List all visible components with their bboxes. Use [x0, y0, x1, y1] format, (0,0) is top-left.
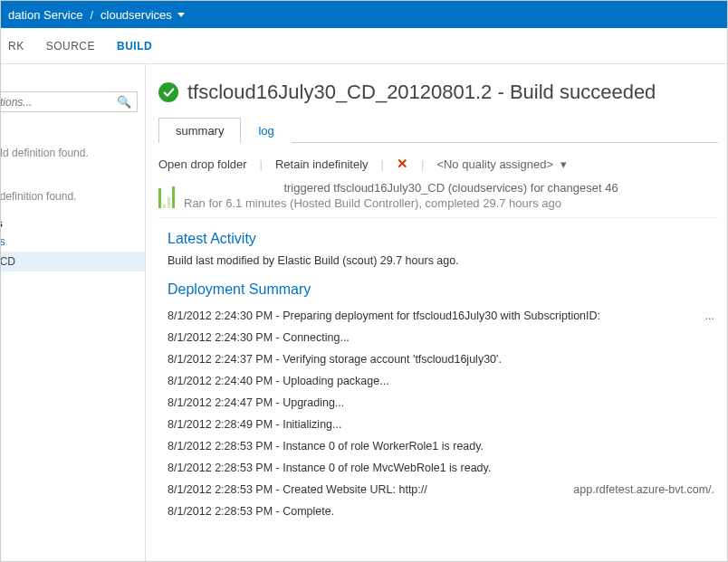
deployment-text: 8/1/2012 2:24:37 PM - Verifying storage … [168, 353, 502, 366]
latest-activity-body: Build last modified by Elastic Build (sc… [168, 254, 718, 267]
trigger-line-1: triggered tfscloud16July30_CD (cloudserv… [184, 181, 718, 195]
deployment-text: 8/1/2012 2:28:53 PM - Instance 0 of role… [168, 440, 484, 452]
deployment-row: 8/1/2012 2:28:53 PM - Instance 0 of role… [158, 457, 718, 479]
nav-work[interactable]: RK [8, 40, 24, 52]
deployment-row: 8/1/2012 2:28:49 PM - Initializing... [158, 414, 718, 435]
sparkline-icon [158, 181, 175, 208]
deployment-text: 8/1/2012 2:24:30 PM - Preparing deployme… [168, 310, 600, 322]
chevron-down-icon: ▾ [560, 157, 567, 171]
deployment-trail: ... [705, 310, 718, 322]
trigger-line-2: Ran for 6.1 minutes (Hosted Build Contro… [184, 196, 718, 210]
toolbar-sep: | [421, 157, 424, 171]
nav-source[interactable]: SOURCE [46, 40, 95, 52]
nav-bar: RK SOURCE BUILD [1, 28, 727, 64]
sidebar-group-1: es [0, 125, 145, 145]
deployment-row: 8/1/2012 2:24:40 PM - Uploading package.… [158, 370, 718, 392]
deployment-text: 8/1/2012 2:28:53 PM - Complete. [168, 505, 334, 518]
deployment-row: 8/1/2012 2:24:47 PM - Upgrading... [158, 392, 718, 414]
deployment-row: 8/1/2012 2:24:37 PM - Verifying storage … [158, 348, 718, 370]
deployment-row: 8/1/2012 2:24:30 PM - Connecting... [158, 327, 718, 348]
deployment-text: 8/1/2012 2:24:30 PM - Connecting... [168, 331, 350, 344]
deployment-text: 8/1/2012 2:24:47 PM - Upgrading... [168, 396, 344, 409]
nav-build[interactable]: BUILD [117, 40, 152, 52]
quality-dropdown[interactable]: <No quality assigned> ▾ [436, 157, 566, 171]
sidebar-group-2: rites [0, 168, 145, 188]
tab-log[interactable]: log [241, 118, 291, 143]
retain-indefinitely[interactable]: Retain indefinitely [275, 157, 369, 171]
search-definitions[interactable]: 🔍 [0, 91, 138, 112]
main-panel: tfscloud16July30_CD_20120801.2 - Build s… [146, 64, 727, 561]
project-name: cloudservices [101, 8, 172, 22]
sidebar-selected-definition[interactable]: ly30_CD [0, 252, 145, 271]
build-trigger-summary: triggered tfscloud16July30_CD (cloudserv… [158, 181, 718, 218]
deployment-row: 8/1/2012 2:28:53 PM - Complete. [158, 500, 718, 522]
delete-icon[interactable]: ✕ [397, 156, 408, 172]
deployment-text: 8/1/2012 2:28:53 PM - Instance 0 of role… [168, 462, 491, 474]
sidebar-msg-2: build definition found. [0, 188, 145, 212]
sidebar: 🔍 es te build definition found. rites bu… [1, 64, 146, 561]
deployment-row: 8/1/2012 2:24:30 PM - Preparing deployme… [158, 305, 718, 327]
project-dropdown[interactable]: cloudservices [101, 8, 185, 22]
search-icon: 🔍 [117, 95, 131, 109]
tabs: summary log [158, 117, 718, 143]
toolbar-sep: | [381, 157, 384, 171]
deployment-trail: app.rdfetest.azure-bvt.com/. [573, 483, 718, 496]
deployment-text: 8/1/2012 2:28:53 PM - Created Website UR… [168, 483, 427, 496]
deployment-list: 8/1/2012 2:24:30 PM - Preparing deployme… [158, 305, 718, 522]
open-drop-folder[interactable]: Open drop folder [158, 157, 247, 171]
sidebar-group-3: itions [0, 212, 145, 232]
search-input[interactable] [0, 96, 117, 109]
deployment-text: 8/1/2012 2:28:49 PM - Initializing... [168, 418, 341, 431]
build-title: tfscloud16July30_CD_20120801.2 - Build s… [187, 81, 656, 104]
breadcrumb-sep: / [90, 8, 93, 22]
latest-activity-title: Latest Activity [168, 231, 718, 247]
success-icon [158, 82, 178, 102]
deployment-summary-title: Deployment Summary [168, 281, 718, 298]
deployment-text: 8/1/2012 2:24:40 PM - Uploading package.… [168, 375, 389, 387]
sidebar-link-definitions[interactable]: nitions [0, 232, 145, 252]
build-toolbar: Open drop folder | Retain indefinitely |… [158, 150, 718, 181]
chevron-down-icon [177, 13, 185, 17]
tab-summary[interactable]: summary [158, 118, 241, 143]
quality-label: <No quality assigned> [436, 157, 553, 171]
deployment-row: 8/1/2012 2:28:53 PM - Created Website UR… [158, 479, 718, 500]
service-name: dation Service [8, 8, 82, 22]
deployment-row: 8/1/2012 2:28:53 PM - Instance 0 of role… [158, 435, 718, 457]
top-bar: dation Service / cloudservices [1, 1, 727, 28]
sidebar-msg-1: te build definition found. [0, 145, 145, 168]
toolbar-sep: | [260, 157, 263, 171]
